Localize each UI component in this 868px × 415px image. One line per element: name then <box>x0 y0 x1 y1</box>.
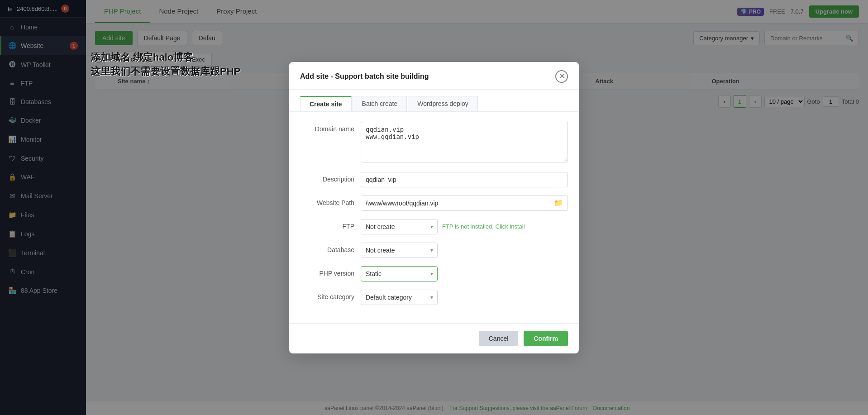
modal-close-button[interactable]: ✕ <box>555 70 568 83</box>
form-row-ftp: FTP Not create FTP is not installed, Cli… <box>300 219 568 234</box>
database-label: Database <box>300 243 354 253</box>
description-wrap <box>361 172 568 187</box>
form-row-website-path: Website Path 📁 <box>300 196 568 211</box>
database-select[interactable]: Not create <box>361 243 438 258</box>
site-category-wrap: Default category <box>361 290 568 305</box>
form-row-database: Database Not create <box>300 243 568 258</box>
website-path-input-group: 📁 <box>361 196 568 211</box>
site-category-select-wrap: Default category <box>361 290 438 305</box>
modal-tab-create-site[interactable]: Create site <box>300 96 352 111</box>
add-site-modal: Add site - Support batch site building ✕… <box>289 62 579 353</box>
form-row-site-category: Site category Default category <box>300 290 568 305</box>
ftp-not-installed-text[interactable]: FTP is not installed, Click install <box>442 223 525 230</box>
modal-title: Add site - Support batch site building <box>300 72 429 81</box>
php-version-label: PHP version <box>300 266 354 277</box>
modal-overlay[interactable]: Add site - Support batch site building ✕… <box>0 0 868 415</box>
domain-name-input[interactable]: qqdian.vip www.qqdian.vip <box>361 122 568 162</box>
php-version-select-wrap: Static <box>361 266 438 281</box>
site-category-label: Site category <box>300 290 354 301</box>
php-version-select[interactable]: Static <box>361 266 438 281</box>
php-version-wrap: Static <box>361 266 568 281</box>
domain-name-wrap: qqdian.vip www.qqdian.vip <box>361 122 568 164</box>
folder-browse-button[interactable]: 📁 <box>549 196 568 210</box>
modal-body: Domain name qqdian.vip www.qqdian.vip De… <box>289 112 579 323</box>
modal-header: Add site - Support batch site building ✕ <box>289 62 579 90</box>
ftp-row: Not create FTP is not installed, Click i… <box>361 219 568 234</box>
ftp-select[interactable]: Not create <box>361 219 438 234</box>
website-path-wrap: 📁 <box>361 196 568 211</box>
form-row-php-version: PHP version Static <box>300 266 568 281</box>
website-path-input[interactable] <box>361 196 549 210</box>
website-path-label: Website Path <box>300 196 354 206</box>
description-label: Description <box>300 172 354 183</box>
modal-footer: Cancel Confirm <box>289 323 579 353</box>
cancel-button[interactable]: Cancel <box>479 331 519 346</box>
confirm-button[interactable]: Confirm <box>524 331 568 346</box>
form-row-domain: Domain name qqdian.vip www.qqdian.vip <box>300 122 568 164</box>
modal-tab-batch-create[interactable]: Batch create <box>353 96 407 111</box>
form-row-description: Description <box>300 172 568 187</box>
description-input[interactable] <box>361 172 568 187</box>
site-category-select[interactable]: Default category <box>361 290 438 305</box>
ftp-select-wrap: Not create <box>361 219 438 234</box>
ftp-wrap: Not create FTP is not installed, Click i… <box>361 219 568 234</box>
database-wrap: Not create <box>361 243 568 258</box>
modal-tabs: Create site Batch create Wordpress deplo… <box>289 90 579 112</box>
domain-name-label: Domain name <box>300 122 354 133</box>
database-select-wrap: Not create <box>361 243 438 258</box>
ftp-label: FTP <box>300 219 354 230</box>
modal-tab-wordpress-deploy[interactable]: Wordpress deploy <box>408 96 478 111</box>
